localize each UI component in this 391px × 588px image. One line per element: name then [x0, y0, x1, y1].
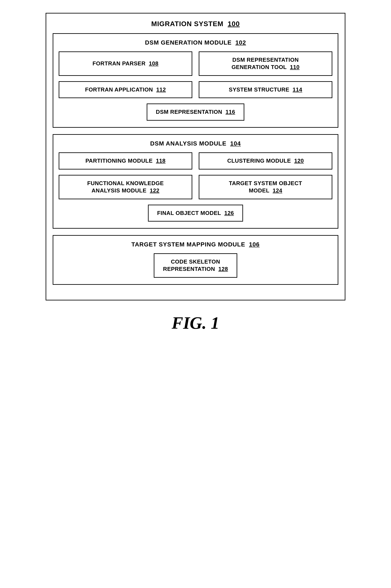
dsm-representation-box: DSM REPRESENTATION 116 [147, 104, 244, 121]
dsm-gen-row-2: FORTRAN APPLICATION 112 SYSTEM STRUCTURE… [59, 81, 332, 98]
dsm-analysis-row-1: PARTITIONING MODULE 118 CLUSTERING MODUL… [59, 152, 332, 169]
dsm-generation-num: 102 [235, 39, 246, 46]
outer-title-num: 100 [228, 20, 240, 28]
dsm-analysis-num: 104 [230, 140, 241, 147]
target-system-object-label: TARGET SYSTEM OBJECTMODEL 124 [229, 180, 302, 194]
figure-label: FIG. 1 [172, 313, 219, 333]
partitioning-module-label: PARTITIONING MODULE 118 [86, 157, 166, 165]
dsm-generation-module: DSM GENERATION MODULE 102 FORTRAN PARSER… [53, 33, 338, 128]
dsm-analysis-row-2: FUNCTIONAL KNOWLEDGEANALYSIS MODULE 122 … [59, 175, 332, 199]
code-skeleton-label: CODE SKELETONREPRESENTATION 128 [163, 258, 228, 272]
dsm-gen-row-1: FORTRAN PARSER 108 DSM REPRESENTATIONGEN… [59, 51, 332, 76]
final-object-model-label: FINAL OBJECT MODEL 126 [157, 210, 234, 216]
dsm-rep-tool-box: DSM REPRESENTATIONGENERATION TOOL 110 [199, 51, 332, 76]
code-skeleton-row: CODE SKELETONREPRESENTATION 128 [59, 253, 332, 278]
functional-knowledge-label: FUNCTIONAL KNOWLEDGEANALYSIS MODULE 122 [87, 180, 164, 194]
dsm-analysis-title: DSM ANALYSIS MODULE 104 [59, 140, 332, 147]
dsm-rep-tool-label: DSM REPRESENTATIONGENERATION TOOL 110 [231, 56, 299, 71]
system-structure-label: SYSTEM STRUCTURE 114 [229, 86, 302, 94]
outer-title: MIGRATION SYSTEM 100 [53, 20, 338, 28]
target-mapping-module: TARGET SYSTEM MAPPING MODULE 106 CODE SK… [53, 235, 338, 285]
target-system-object-box: TARGET SYSTEM OBJECTMODEL 124 [199, 175, 332, 199]
final-object-model-box: FINAL OBJECT MODEL 126 [148, 205, 243, 222]
fortran-application-box: FORTRAN APPLICATION 112 [59, 81, 192, 98]
clustering-module-label: CLUSTERING MODULE 120 [227, 157, 304, 165]
fortran-parser-box: FORTRAN PARSER 108 [59, 51, 192, 76]
code-skeleton-box: CODE SKELETONREPRESENTATION 128 [154, 253, 237, 278]
fortran-application-label: FORTRAN APPLICATION 112 [85, 86, 166, 94]
dsm-representation-label: DSM REPRESENTATION 116 [156, 109, 235, 115]
target-mapping-num: 106 [249, 241, 260, 248]
functional-knowledge-box: FUNCTIONAL KNOWLEDGEANALYSIS MODULE 122 [59, 175, 192, 199]
clustering-module-box: CLUSTERING MODULE 120 [199, 152, 332, 169]
dsm-generation-title: DSM GENERATION MODULE 102 [59, 39, 332, 46]
partitioning-module-box: PARTITIONING MODULE 118 [59, 152, 192, 169]
dsm-rep-row: DSM REPRESENTATION 116 [59, 104, 332, 121]
diagram-outer: MIGRATION SYSTEM 100 DSM GENERATION MODU… [46, 13, 345, 300]
system-structure-box: SYSTEM STRUCTURE 114 [199, 81, 332, 98]
target-mapping-title: TARGET SYSTEM MAPPING MODULE 106 [59, 241, 332, 248]
dsm-analysis-module: DSM ANALYSIS MODULE 104 PARTITIONING MOD… [53, 134, 338, 229]
final-object-row: FINAL OBJECT MODEL 126 [59, 205, 332, 222]
fortran-parser-label: FORTRAN PARSER 108 [93, 60, 158, 67]
